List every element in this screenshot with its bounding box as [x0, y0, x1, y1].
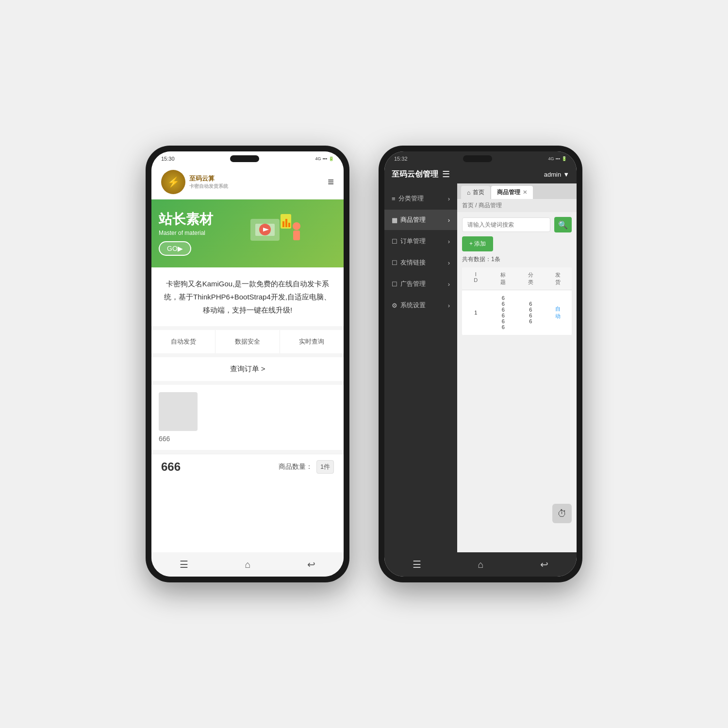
tab-products[interactable]: 商品管理 ✕ [491, 186, 533, 199]
app-title: 至码云创管理 [392, 169, 438, 180]
qty-box[interactable]: 1件 [316, 460, 334, 474]
logo-icon: ⚡ [161, 170, 185, 194]
category-icon: ≡ [392, 195, 396, 202]
feature-data-security: 数据安全 [215, 330, 280, 353]
phone-2: 15:32 4G ▪▪▪ 🔋 至码云创管理 ☰ admin ▼ [379, 146, 582, 582]
tab-home[interactable]: ⌂ 首页 [461, 186, 490, 199]
ads-arrow: › [448, 281, 450, 288]
banner-illustration [218, 209, 336, 258]
phone-1-status-icons: 4G ▪▪▪ 🔋 [315, 156, 334, 161]
sidebar-item-settings[interactable]: ⚙ 系统设置 › [384, 295, 457, 315]
admin-dropdown-icon[interactable]: ▼ [563, 171, 569, 178]
phone-2-time: 15:32 [394, 156, 408, 162]
phone-1: 15:30 4G ▪▪▪ 🔋 ⚡ 至码云算 卡密自动发货系统 [146, 146, 349, 582]
topbar-left: 至码云创管理 ☰ [392, 169, 450, 180]
phone-1-status-bar: 15:30 4G ▪▪▪ 🔋 [151, 151, 344, 165]
nav-menu-icon-2[interactable]: ☰ [413, 559, 421, 570]
product-name: 666 [159, 435, 336, 443]
links-icon: ☐ [392, 259, 397, 266]
svg-rect-5 [282, 221, 284, 227]
phone-1-time: 15:30 [161, 156, 175, 162]
orders-icon: ☐ [392, 238, 397, 245]
cell-title: 666666 [490, 290, 517, 335]
record-count: 共有数据：1条 [462, 255, 572, 264]
nav-menu-icon[interactable]: ☰ [180, 559, 188, 570]
order-link[interactable]: 查询订单 > [151, 357, 344, 385]
tab-close-icon[interactable]: ✕ [523, 189, 527, 196]
phone-2-screen: 15:32 4G ▪▪▪ 🔋 至码云创管理 ☰ admin ▼ [384, 151, 577, 577]
admin-label: admin ▼ [544, 171, 569, 178]
products-label: 商品管理 [400, 215, 426, 224]
col-delivery: 发货 [545, 267, 572, 290]
sidebar-item-category[interactable]: ≡ 分类管理 › [384, 188, 457, 209]
logo-text: 至码云算 卡密自动发货系统 [189, 175, 228, 189]
banner-text: 站长素材 Master of material GO▶ [159, 211, 213, 256]
search-button[interactable]: 🔍 [554, 217, 572, 232]
svg-rect-6 [285, 219, 287, 227]
product-image [159, 392, 198, 431]
phone-2-notch [463, 155, 492, 162]
settings-icon: ⚙ [392, 302, 397, 309]
table-header: ID 标题 分类 发货 [462, 267, 572, 290]
settings-label: 系统设置 [400, 301, 426, 310]
sidebar-item-orders[interactable]: ☐ 订单管理 › [384, 231, 457, 251]
tabs-bar: ⌂ 首页 商品管理 ✕ [457, 183, 577, 199]
product-management-content: 🔍 + 添加 共有数据：1条 ID 标题 [457, 212, 577, 552]
phone-1-notch [230, 155, 259, 162]
breadcrumb: 首页 / 商品管理 [457, 199, 577, 212]
banner: 站长素材 Master of material GO▶ [151, 199, 344, 267]
app-description: 卡密狗又名KamiGou,是一款免费的在线自动发卡系统，基于ThinkPHP6+… [151, 267, 344, 330]
sidebar-item-ads[interactable]: ☐ 广告管理 › [384, 274, 457, 294]
sidebar-item-links[interactable]: ☐ 友情链接 › [384, 252, 457, 273]
cell-delivery: 自动 [545, 300, 572, 325]
svg-rect-7 [288, 223, 290, 227]
nav-home-icon[interactable]: ⌂ [245, 559, 250, 570]
add-product-button[interactable]: + 添加 [462, 236, 493, 251]
banner-title: 站长素材 [159, 211, 213, 228]
bottom-bar: 666 商品数量： 1件 [151, 454, 344, 480]
admin-body: ≡ 分类管理 › ▦ 商品管理 › ☐ 订单管理 [384, 183, 577, 552]
table-row: 1 666666 6666 自动 [462, 290, 572, 335]
orders-arrow: › [448, 238, 450, 245]
nav-home-icon-2[interactable]: ⌂ [478, 559, 483, 570]
nav-back-icon-2[interactable]: ↩ [540, 559, 548, 570]
products-table: ID 标题 分类 发货 1 666666 6666 自动 [462, 267, 572, 335]
ads-label: 广告管理 [400, 280, 426, 288]
svg-rect-9 [293, 231, 300, 240]
phone-1-screen: 15:30 4G ▪▪▪ 🔋 ⚡ 至码云算 卡密自动发货系统 [151, 151, 344, 577]
banner-subtitle: Master of material [159, 230, 213, 236]
products-icon: ▦ [392, 216, 397, 224]
features-row: 自动发货 数据安全 实时查询 [151, 330, 344, 357]
clock-button[interactable]: ⏱ [552, 504, 572, 523]
home-icon: ⌂ [467, 189, 470, 196]
links-label: 友情链接 [400, 258, 426, 267]
feature-auto-delivery: 自动发货 [151, 330, 215, 353]
phone-1-content: ⚡ 至码云算 卡密自动发货系统 ≡ 站长素材 Master of materia… [151, 165, 344, 552]
col-title: 标题 [490, 267, 517, 290]
nav-back-icon[interactable]: ↩ [307, 559, 315, 570]
col-category: 分类 [517, 267, 545, 290]
admin-topbar: 至码云创管理 ☰ admin ▼ [384, 165, 577, 183]
main-content: ⌂ 首页 商品管理 ✕ 首页 / 商品管理 [457, 183, 577, 552]
phone-2-status-bar: 15:32 4G ▪▪▪ 🔋 [384, 151, 577, 165]
ads-icon: ☐ [392, 281, 397, 288]
orders-label: 订单管理 [400, 237, 426, 246]
product-price: 666 [161, 460, 181, 474]
search-input[interactable] [462, 217, 550, 232]
sidebar: ≡ 分类管理 › ▦ 商品管理 › ☐ 订单管理 [384, 183, 457, 552]
hamburger-icon[interactable]: ≡ [328, 176, 334, 188]
cell-category: 6666 [517, 296, 545, 329]
feature-realtime-query: 实时查询 [280, 330, 344, 353]
phone-2-status-icons: 4G ▪▪▪ 🔋 [548, 156, 567, 161]
quantity-row: 商品数量： 1件 [279, 460, 334, 474]
qty-label: 商品数量： [279, 463, 313, 471]
banner-btn[interactable]: GO▶ [159, 241, 191, 256]
product-card: 666 [151, 385, 344, 454]
sidebar-item-products[interactable]: ▦ 商品管理 › [384, 210, 457, 230]
topbar-menu-icon[interactable]: ☰ [442, 169, 450, 180]
col-id: ID [462, 267, 490, 290]
phone-1-nav-bar: ☰ ⌂ ↩ [151, 552, 344, 577]
cell-id: 1 [462, 305, 490, 320]
products-arrow: › [448, 216, 450, 224]
settings-arrow: › [448, 302, 450, 309]
